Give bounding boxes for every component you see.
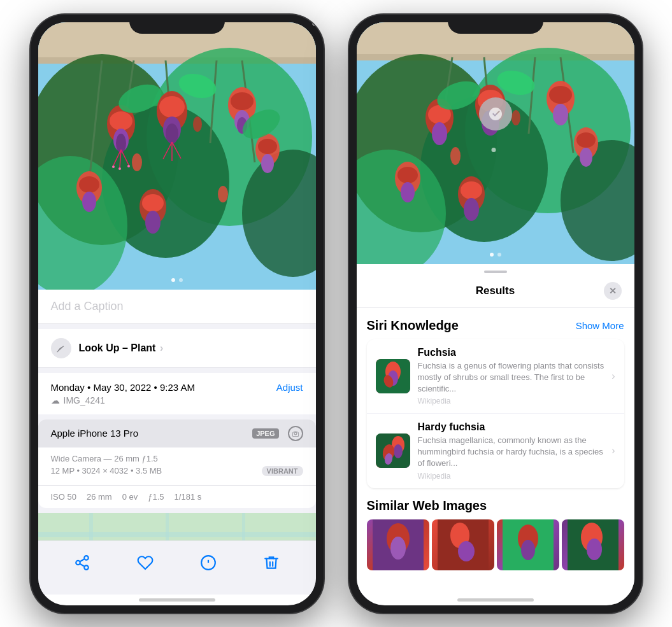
left-phone: Add a Caption Look Up – Plant › Monday •…: [31, 15, 324, 613]
svg-point-75: [432, 122, 447, 145]
right-dot-2: [497, 253, 501, 257]
svg-point-101: [394, 444, 403, 458]
caption-placeholder[interactable]: Add a Caption: [51, 300, 124, 313]
svg-point-22: [231, 92, 254, 110]
map-svg: [38, 513, 316, 540]
svg-point-109: [458, 541, 475, 561]
show-more-button[interactable]: Show More: [576, 320, 624, 331]
meta-date-row: Monday • May 30, 2022 • 9:23 AM Adjust: [51, 382, 303, 393]
lookup-chevron: ›: [160, 342, 163, 353]
web-image-4[interactable]: [562, 519, 624, 570]
web-images-title: Similar Web Images: [367, 498, 487, 513]
metadata-section: Monday • May 30, 2022 • 9:23 AM Adjust ☁…: [38, 373, 316, 414]
lookup-text[interactable]: Look Up – Plant ›: [79, 342, 164, 354]
lookup-bar[interactable]: Look Up – Plant ›: [38, 329, 316, 368]
fuchsia-name: Fuchsia: [418, 347, 604, 358]
delete-button[interactable]: [257, 549, 285, 577]
svg-point-42: [127, 165, 130, 167]
info-area: Add a Caption Look Up – Plant › Monday •…: [38, 290, 316, 540]
flower-photo: [38, 22, 316, 290]
hardy-name: Hardy fuchsia: [418, 421, 604, 433]
like-button[interactable]: [131, 549, 159, 577]
svg-point-14: [110, 111, 132, 130]
svg-point-40: [112, 166, 115, 168]
leaf-icon: [55, 342, 67, 354]
svg-point-86: [461, 181, 482, 199]
meta-date: Monday • May 30, 2022 • 9:23 AM: [51, 382, 195, 393]
web-img-3-svg: [497, 519, 559, 570]
results-panel: Results ✕ Siri Knowledge Show More: [357, 264, 634, 595]
notch: [129, 15, 225, 34]
results-header: Results ✕: [357, 277, 634, 308]
close-button[interactable]: ✕: [604, 282, 622, 300]
hardy-thumb: [376, 433, 410, 468]
camera-icon: [288, 426, 303, 441]
web-image-3[interactable]: [497, 519, 559, 570]
specs-row: 12 MP • 3024 × 4032 • 3.5 MB VIBRANT: [51, 466, 303, 476]
svg-point-112: [521, 540, 535, 560]
results-body[interactable]: Siri Knowledge Show More: [357, 308, 634, 595]
share-button[interactable]: [68, 549, 96, 577]
web-images-section: Similar Web Images: [367, 498, 624, 570]
svg-point-27: [82, 192, 96, 212]
caption-field[interactable]: Add a Caption: [38, 290, 316, 324]
svg-rect-52: [89, 513, 93, 540]
svg-point-115: [587, 539, 602, 560]
right-phone: Results ✕ Siri Knowledge Show More: [349, 15, 642, 613]
fuchsia-thumb-svg: [376, 359, 410, 393]
fuchsia-info: Fuchsia Fuchsia is a genus of flowering …: [418, 347, 604, 406]
svg-rect-53: [166, 513, 169, 540]
cloud-icon: ☁: [51, 395, 60, 405]
svg-rect-51: [38, 532, 316, 537]
exif-row: ISO 50 26 mm 0 ev ƒ1.5 1/181 s: [38, 485, 316, 508]
list-item[interactable]: Hardy fuchsia Fuchsia magellanica, commo…: [367, 414, 624, 488]
camera-detail-row: Wide Camera — 26 mm ƒ1.5: [51, 454, 303, 463]
svg-rect-54: [242, 513, 245, 540]
svg-point-92: [511, 110, 520, 125]
filename: IMG_4241: [64, 395, 105, 405]
photo-area[interactable]: [38, 22, 316, 290]
knowledge-card: Fuchsia Fuchsia is a genus of flowering …: [367, 339, 624, 488]
web-images-grid: [367, 519, 624, 570]
svg-point-36: [218, 186, 228, 202]
svg-point-20: [166, 123, 178, 144]
svg-point-89: [576, 132, 596, 148]
device-name: Apple iPhone 13 Pro: [51, 428, 139, 439]
left-screen: Add a Caption Look Up – Plant › Monday •…: [38, 22, 316, 605]
trash-icon: [263, 554, 280, 571]
svg-point-41: [118, 167, 121, 170]
siri-badge: [479, 97, 512, 130]
dot-1: [171, 278, 175, 282]
bottom-toolbar: [38, 540, 316, 595]
info-icon: [200, 554, 217, 571]
svg-point-81: [553, 104, 568, 125]
map-preview[interactable]: [38, 513, 316, 540]
svg-point-32: [258, 139, 277, 154]
hardy-chevron: ›: [611, 445, 615, 456]
photo-dots: [171, 278, 183, 282]
results-title: Results: [387, 285, 604, 297]
adjust-button[interactable]: Adjust: [276, 382, 303, 393]
svg-point-87: [464, 198, 479, 221]
info-button[interactable]: [194, 549, 222, 577]
svg-point-26: [79, 176, 99, 193]
fuchsia-source: Wikipedia: [418, 397, 604, 405]
device-section: Apple iPhone 13 Pro JPEG Wide Camer: [38, 419, 316, 508]
meta-location: ☁ IMG_4241: [51, 395, 303, 405]
svg-point-90: [580, 148, 592, 167]
svg-point-84: [401, 182, 415, 202]
hardy-info: Hardy fuchsia Fuchsia magellanica, commo…: [418, 421, 604, 481]
iso: ISO 50: [51, 492, 76, 502]
web-image-1[interactable]: [367, 519, 429, 570]
web-images-header: Similar Web Images: [367, 498, 624, 513]
svg-point-30: [145, 211, 161, 234]
share-icon: [74, 554, 90, 571]
svg-point-33: [261, 154, 274, 173]
right-dot-1: [490, 253, 494, 257]
hardy-thumb-svg: [376, 433, 410, 468]
right-notch: [448, 15, 543, 34]
list-item[interactable]: Fuchsia Fuchsia is a genus of flowering …: [367, 339, 624, 414]
right-photo-area: [357, 22, 634, 264]
web-image-2[interactable]: [432, 519, 494, 570]
svg-point-91: [450, 147, 461, 165]
